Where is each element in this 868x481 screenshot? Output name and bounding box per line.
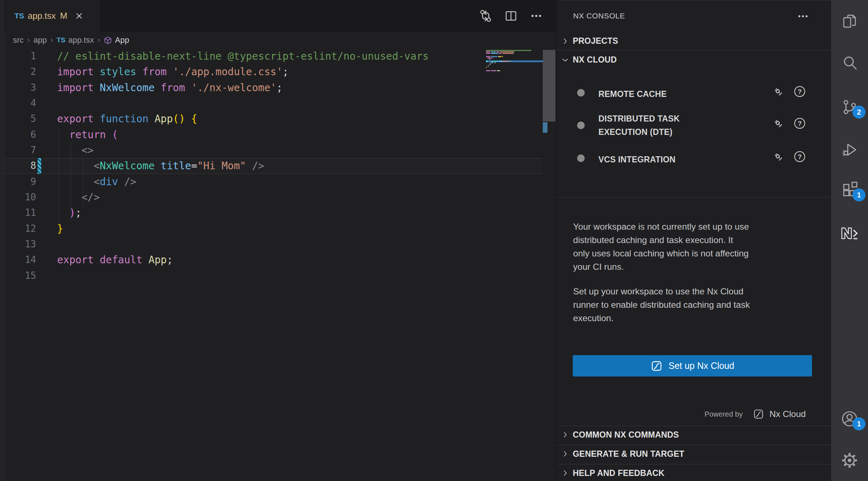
split-editor-icon[interactable] [503, 8, 519, 24]
code-line[interactable]: 14export default App; [4, 252, 557, 268]
setup-nx-cloud-button[interactable]: Set up Nx Cloud [573, 355, 812, 376]
line-number: 15 [4, 268, 36, 284]
typescript-file-icon: TS [14, 12, 24, 20]
activity-bar: 2 1 1 [831, 0, 868, 481]
line-number: 4 [4, 95, 36, 111]
editor-group: TS app.tsx M [4, 0, 557, 481]
source-control-icon[interactable]: 2 [831, 90, 868, 124]
open-changes-icon[interactable] [478, 8, 494, 24]
line-content: <div /> [57, 174, 136, 190]
explorer-icon[interactable] [831, 4, 868, 38]
code-line[interactable]: 6 return ( [4, 127, 557, 142]
status-bullet [577, 122, 585, 129]
breadcrumb-app[interactable]: app [34, 35, 47, 45]
section-label: COMMON NX COMMANDS [573, 430, 679, 440]
code-line[interactable]: 2import styles from './app.module.css'; [4, 64, 557, 80]
run-and-debug-icon[interactable] [831, 132, 868, 167]
line-number: 3 [4, 80, 36, 95]
section-label: PROJECTS [573, 36, 618, 46]
chevron-down-icon [560, 56, 571, 64]
code-line[interactable]: 8 <NxWelcome title="Hi Mom" /> [4, 158, 557, 174]
powered-by: Powered by Nx Cloud [705, 407, 806, 421]
tab-label: app.tsx [28, 11, 56, 21]
cloud-item-vcs-integration[interactable]: VCS INTEGRATION [598, 153, 675, 166]
code-line[interactable]: 7 <> [4, 142, 557, 158]
close-icon[interactable] [74, 11, 84, 21]
settings-gear-icon[interactable] [831, 443, 868, 478]
minimap-line [486, 64, 491, 65]
section-projects[interactable]: PROJECTS [557, 32, 831, 50]
nx-console-icon[interactable] [831, 216, 868, 251]
line-content: ); [57, 205, 81, 221]
code-line[interactable]: 11 ); [4, 205, 557, 221]
extensions-icon[interactable]: 1 [831, 173, 868, 207]
line-number: 8 [4, 158, 36, 174]
minimap-line [486, 70, 500, 71]
section-nx-cloud[interactable]: NX CLOUD [557, 51, 831, 69]
account-icon[interactable]: 1 [831, 401, 868, 436]
help-question-icon[interactable]: ? [792, 84, 807, 99]
code-line[interactable]: 4 [4, 95, 557, 111]
editor-scrollbar[interactable] [543, 0, 555, 481]
breadcrumb-symbol[interactable]: App [115, 35, 129, 45]
code-line[interactable]: 3import NxWelcome from './nx-welcome'; [4, 80, 557, 95]
code-line[interactable]: 15 [4, 268, 557, 284]
line-content: export default App; [57, 252, 173, 268]
section-help-and-feedback[interactable]: HELP AND FEEDBACK [557, 464, 831, 481]
help-question-icon[interactable]: ? [792, 149, 807, 164]
breadcrumb: src › app › TS app.tsx › App [4, 32, 557, 48]
line-content: <> [57, 142, 94, 158]
minimap[interactable] [486, 50, 543, 89]
tab-app-tsx[interactable]: TS app.tsx M [5, 0, 100, 32]
powered-by-label: Powered by [705, 410, 743, 418]
line-number: 6 [4, 127, 36, 142]
nx-cloud-brand-label: Nx Cloud [769, 409, 806, 419]
setup-hint-text: Set up your workspace to use the Nx Clou… [573, 285, 815, 325]
section-common-nx-commands[interactable]: COMMON NX COMMANDS [557, 426, 831, 443]
search-icon[interactable] [831, 46, 868, 80]
code-line[interactable]: 9 <div /> [4, 174, 557, 190]
line-number: 1 [4, 48, 36, 64]
help-question-icon[interactable]: ? [792, 116, 807, 131]
symbol-cube-icon [104, 36, 112, 44]
svg-text:?: ? [798, 153, 802, 161]
line-number: 2 [4, 64, 36, 80]
line-number: 11 [4, 205, 36, 221]
code-line[interactable]: 13 [4, 237, 557, 252]
connect-plug-icon[interactable] [771, 84, 785, 99]
git-modified-badge: M [60, 11, 67, 21]
cloud-item-dte[interactable]: DISTRIBUTED TASK EXECUTION (DTE) [598, 112, 680, 139]
svg-text:?: ? [798, 120, 802, 127]
panel-more-actions-icon[interactable] [795, 8, 811, 24]
minimap-line [486, 62, 496, 63]
line-number: 9 [4, 174, 36, 190]
connect-plug-icon[interactable] [771, 116, 785, 131]
line-content: export function App() { [57, 111, 197, 127]
section-label: NX CLOUD [573, 55, 617, 65]
code-line[interactable]: 10 </> [4, 190, 557, 205]
minimap-line [486, 53, 514, 54]
connect-plug-icon[interactable] [771, 149, 785, 164]
breadcrumb-src[interactable]: src [13, 35, 23, 45]
scrollbar-thumb[interactable] [543, 50, 555, 122]
more-actions-icon[interactable] [528, 8, 544, 24]
line-number: 13 [4, 237, 36, 252]
code-line[interactable]: 5export function App() { [4, 111, 557, 127]
status-bullet [577, 154, 585, 162]
line-content: </> [57, 190, 100, 205]
chevron-right-icon [560, 430, 571, 439]
cloud-item-remote-cache[interactable]: REMOTE CACHE [598, 88, 667, 101]
code-editor[interactable]: 1// eslint-disable-next-line @typescript… [4, 48, 557, 481]
minimap-line [486, 61, 511, 62]
minimap-line [486, 56, 503, 57]
panel-title: NX CONSOLE [573, 12, 625, 20]
minimap-line [486, 59, 490, 60]
code-line[interactable]: 12} [4, 221, 557, 237]
breadcrumb-file[interactable]: app.tsx [68, 35, 94, 45]
chevron-right-icon [560, 469, 571, 477]
nx-console-panel: NX CONSOLE PROJECTS NX CLOUD REMOTE CACH… [557, 0, 831, 481]
divider [557, 197, 831, 197]
minimap-line [486, 58, 493, 59]
section-generate-run-target[interactable]: GENERATE & RUN TARGET [557, 445, 831, 463]
code-line[interactable]: 1// eslint-disable-next-line @typescript… [4, 48, 557, 64]
